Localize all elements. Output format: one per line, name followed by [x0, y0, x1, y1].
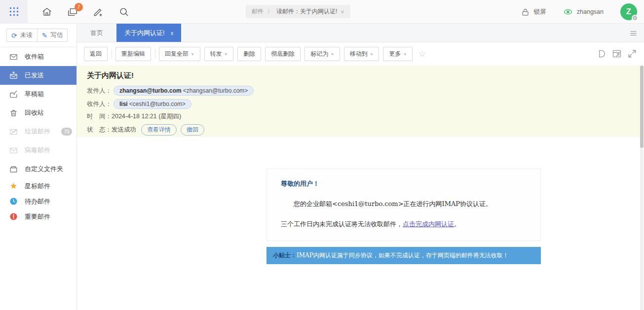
body-paragraph-2-text: 三个工作日内未完成认证将无法收取邮件， [281, 220, 403, 228]
unread-label: 未读 [20, 31, 33, 39]
back-button[interactable]: 返回 [84, 47, 108, 61]
auth-link[interactable]: 点击完成内网认证 [403, 220, 454, 228]
sidebar-item-spam[interactable]: 垃圾邮件 79 [0, 122, 76, 141]
delete-label: 删除 [243, 50, 255, 58]
sidebar-item-important[interactable]: 重要邮件 [0, 209, 76, 224]
mail-subject: 关于内网认证! [87, 71, 644, 80]
mail-toolbar: 返回 重新编辑 回复全部 ∨ 转发 ∨ 删除 彻底删除 标记为 [77, 42, 644, 66]
folder-icon [9, 165, 18, 173]
time-label: 时 间： [87, 112, 112, 121]
sidebar-item-inbox[interactable]: 收件箱 [0, 47, 76, 66]
mail-content-card: 尊敬的用户！ 您的企业邮箱<ceshi1@turbo.com>正在进行内网IMA… [266, 169, 541, 241]
from-label: 发件人： [87, 87, 112, 95]
more-button[interactable]: 更多 ∨ [383, 47, 413, 61]
reply-all-button[interactable]: 回复全部 ∨ [159, 47, 200, 61]
spam-count-badge: 79 [61, 128, 72, 136]
mail-header: 关于内网认证! 发件人： zhangsan@turbo.com <zhangsa… [77, 66, 644, 137]
refresh-icon: ⟳ [11, 32, 17, 39]
mail-body: 尊敬的用户！ 您的企业邮箱<ceshi1@turbo.com>正在进行内网IMA… [77, 169, 644, 310]
popout-window-icon[interactable] [612, 49, 622, 59]
to-address-pill[interactable]: lisi <ceshi1@turbo.com> [114, 99, 191, 109]
tab-mail-active[interactable]: 关于内网认证! x [116, 24, 181, 42]
body-paragraph-2: 三个工作日内未完成认证将无法收取邮件，点击完成内网认证。 [281, 220, 527, 229]
delete-button[interactable]: 删除 [237, 47, 261, 61]
tab-menu-icon[interactable] [630, 30, 637, 37]
tip-label: 小贴士： [273, 252, 297, 259]
reading-mode-icon[interactable] [597, 49, 606, 59]
draft-icon [9, 90, 18, 99]
toolbar-divider [155, 49, 155, 59]
to-label: 收件人： [87, 100, 112, 108]
re-edit-button[interactable]: 重新编辑 [115, 47, 151, 61]
tip-bar: 小贴士：IMAP内网认证属于同步协议，如果不完成认证，存于网页端的邮件将无法收取… [266, 247, 541, 264]
avatar[interactable]: Z ✕ [620, 3, 637, 20]
sidebar-item-label: 草稿箱 [25, 90, 44, 99]
tip-text: IMAP内网认证属于同步协议，如果不完成认证，存于网页端的邮件将无法收取！ [297, 252, 509, 259]
breadcrumb[interactable]: 邮件 〉 读邮件：关于内网认证! ∨ [246, 5, 350, 18]
status-value: 发送成功 [112, 126, 136, 134]
sidebar-item-virus[interactable]: 病毒邮件 [0, 141, 76, 160]
mail-workspace-icon[interactable]: 7 [67, 6, 78, 17]
sidebar-item-todo[interactable]: 待办邮件 [0, 194, 76, 209]
forward-button[interactable]: 转发 ∨ [204, 47, 234, 61]
to-name: lisi [119, 101, 128, 107]
app-launcher-button[interactable] [0, 0, 28, 24]
re-edit-label: 重新编辑 [121, 50, 145, 58]
delete-forever-button[interactable]: 彻底删除 [265, 47, 301, 61]
body-paragraph-2-suffix: 。 [454, 220, 460, 228]
virus-mail-icon [9, 146, 18, 155]
chevron-down-icon[interactable]: ∨ [341, 9, 344, 14]
breadcrumb-separator: 〉 [267, 7, 273, 16]
tab-close-icon[interactable]: x [171, 30, 174, 36]
compose-icon[interactable] [93, 6, 104, 17]
mark-as-button[interactable]: 标记为 ∨ [304, 47, 340, 61]
avatar-status-badge: ✕ [632, 15, 638, 21]
sidebar-item-starred[interactable]: ★ 星标邮件 [0, 178, 76, 194]
move-to-label: 移动到 [350, 50, 368, 58]
status-label: 状 态： [87, 126, 112, 134]
tab-bar: 首页 关于内网认证! x [77, 24, 644, 42]
view-detail-button[interactable]: 查看详情 [141, 124, 177, 136]
app-grid-icon [9, 7, 19, 16]
search-icon[interactable] [118, 6, 129, 17]
forward-label: 转发 [210, 50, 222, 58]
sidebar-item-trash[interactable]: 回收站 [0, 103, 76, 122]
sidebar-item-drafts[interactable]: 草稿箱 [0, 85, 76, 103]
greeting-text: 尊敬的用户！ [281, 179, 527, 188]
compose-label: 写信 [50, 31, 63, 39]
chevron-down-icon: ∨ [191, 52, 194, 56]
lock-screen-button[interactable]: 锁屏 [521, 7, 546, 17]
from-address: <zhangsan@turbo.com> [183, 87, 248, 94]
to-address: <ceshi1@turbo.com> [129, 101, 186, 107]
sidebar-item-label: 已发送 [25, 71, 44, 80]
tab-home[interactable]: 首页 [77, 24, 116, 42]
sidebar-item-custom-folders[interactable]: 自定义文件夹 [0, 160, 76, 178]
sidebar-item-sent[interactable]: 已发送 [0, 66, 76, 85]
from-address-pill[interactable]: zhangsan@turbo.com <zhangsan@turbo.com> [114, 86, 254, 96]
sidebar-item-label: 垃圾邮件 [25, 127, 50, 136]
chevron-down-icon: ∨ [331, 52, 334, 56]
scrollbar-track[interactable] [640, 66, 644, 310]
chevron-down-icon: ∨ [403, 52, 407, 56]
move-to-button[interactable]: 移动到 ∨ [344, 47, 379, 61]
user-menu[interactable]: zhangsan [563, 7, 604, 17]
sidebar-item-label: 收件箱 [25, 52, 44, 61]
compose-button[interactable]: ✎ 写信 [37, 29, 68, 42]
fullscreen-icon[interactable] [627, 49, 637, 59]
avatar-letter: Z [626, 7, 631, 16]
from-name: zhangsan@turbo.com [119, 87, 182, 94]
spam-icon [9, 128, 18, 136]
reply-all-label: 回复全部 [165, 50, 189, 58]
inbox-icon [9, 53, 18, 61]
favorite-star-icon[interactable]: ☆ [418, 49, 426, 59]
unread-button[interactable]: ⟳ 未读 [6, 29, 38, 42]
scrollbar-thumb[interactable] [640, 66, 644, 148]
sidebar-item-label: 自定义文件夹 [25, 165, 63, 173]
breadcrumb-section[interactable]: 邮件 [252, 7, 264, 16]
recall-button[interactable]: 撤回 [181, 124, 204, 136]
home-icon[interactable] [41, 6, 52, 17]
more-label: 更多 [389, 50, 401, 58]
mark-as-label: 标记为 [310, 50, 328, 58]
trash-icon [9, 109, 18, 117]
sent-icon [9, 71, 18, 80]
